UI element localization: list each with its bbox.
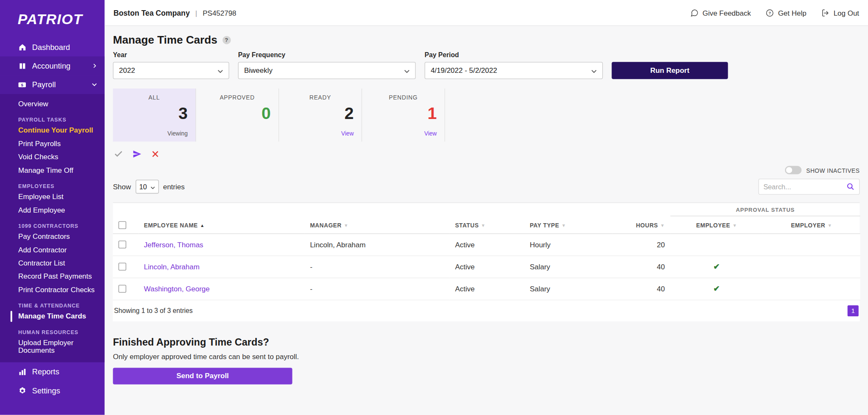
sidebar-subitem-employee-list[interactable]: Employee List [0,190,105,203]
cell-employee-name: Jefferson, Thomas [139,233,305,255]
cell-status: Active [450,255,524,277]
sidebar-subitem-record-past-payments[interactable]: Record Past Payments [0,270,105,283]
send-to-payroll-button[interactable]: Send to Payroll [113,368,292,384]
sidebar-subitem-void-checks[interactable]: Void Checks [0,150,105,163]
entries-label: entries [163,183,185,191]
col-hours[interactable]: HOURS▼ [613,216,670,233]
cell-employer-approved [763,278,860,300]
cell-employee-approved [670,233,763,255]
pagination-page-1[interactable]: 1 [848,305,859,316]
card-label: READY [287,94,354,101]
help-icon[interactable]: ? [223,36,231,44]
show-inactives-toggle[interactable] [785,166,802,174]
year-label: Year [113,51,229,58]
sidebar-subitem-upload-employer-documents[interactable]: Upload Employer Documents [0,336,105,357]
sort-icon: ▼ [732,223,737,228]
view-link[interactable]: View [341,130,353,137]
col-status[interactable]: STATUS▼ [450,216,524,233]
search-input[interactable] [763,183,846,191]
row-checkbox[interactable] [119,285,126,293]
card-label: ALL [121,94,188,101]
pay-period-label: Pay Period [425,51,603,58]
sort-asc-icon: ▲ [200,223,205,228]
sidebar-item-reports[interactable]: Reports [0,362,105,381]
card-value: 2 [287,105,354,122]
separator: | [195,8,197,17]
sidebar-subitem-overview[interactable]: Overview [0,97,105,111]
view-link[interactable]: View [424,130,437,137]
sidebar-subitem-manage-time-off[interactable]: Manage Time Off [0,164,105,177]
finished-subtitle: Only employer approved time cards can be… [113,352,860,360]
sidebar-section-time-attendance: TIME & ATTENDANCE [0,296,105,310]
employee-approved-check: ✔ [713,284,720,293]
sidebar-item-label: Settings [32,386,60,395]
sidebar-subitem-add-employee[interactable]: Add Employee [0,204,105,217]
card-value: 3 [121,105,188,122]
approve-icon[interactable] [113,148,124,159]
cell-pay-type: Salary [524,278,613,300]
timecards-table-card: APPROVAL STATUS EMPLOYEE NAME▲ MANAGER▼ … [113,202,860,321]
table-row: Lincoln, Abraham - Active Salary 40 ✔ [113,255,860,277]
reject-icon[interactable] [150,148,161,159]
col-employee-approved[interactable]: EMPLOYEE▼ [670,216,763,233]
select-all-checkbox[interactable] [119,221,126,229]
group-header-row: APPROVAL STATUS [113,203,860,216]
sidebar-item-accounting[interactable]: Accounting [0,56,105,75]
employee-name-link[interactable]: Washington, George [144,285,210,293]
col-employee-name[interactable]: EMPLOYEE NAME▲ [139,216,305,233]
sidebar-section-human-resources: HUMAN RESOURCES [0,323,105,336]
show-inactives-row: SHOW INACTIVES [113,166,860,174]
pay-frequency-value: Biweekly [244,66,273,75]
home-icon [18,43,27,52]
col-label: EMPLOYEE [696,221,730,228]
row-checkbox[interactable] [119,263,126,270]
send-icon[interactable] [131,148,142,159]
pay-frequency-select[interactable]: Biweekly [238,62,416,79]
col-manager[interactable]: MANAGER▼ [304,216,449,233]
cell-employee-approved: ✔ [670,278,763,300]
col-label: EMPLOYER [791,221,825,228]
page-title-row: Manage Time Cards ? [113,34,860,47]
select-all-checkbox-cell [113,216,138,233]
patriot-logo[interactable]: PATRIOT [0,0,105,38]
chevron-down-icon [591,66,597,75]
summary-card-all[interactable]: ALL 3 Viewing [113,89,196,141]
col-pay-type[interactable]: PAY TYPE▼ [524,216,613,233]
chevron-down-icon [404,66,409,75]
get-help-button[interactable]: ? Get Help [766,8,807,17]
sidebar-item-settings[interactable]: Settings [0,381,105,400]
employee-name-link[interactable]: Lincoln, Abraham [144,263,200,271]
search-icon[interactable] [846,183,855,191]
col-employer-approved[interactable]: EMPLOYER▼ [763,216,860,233]
chevron-down-icon [217,66,223,75]
table-footer: Showing 1 to 3 of 3 entries 1 [113,300,860,321]
summary-card-approved[interactable]: APPROVED 0 [196,89,279,141]
sidebar: PATRIOT Dashboard Accounting $ Payroll [0,0,105,415]
give-feedback-button[interactable]: Give Feedback [690,8,751,17]
sidebar-item-payroll[interactable]: $ Payroll [0,75,105,94]
page-size-select[interactable]: 10 [135,180,159,194]
run-report-button[interactable]: Run Report [612,62,728,79]
employee-name-link[interactable]: Jefferson, Thomas [144,241,203,249]
row-checkbox[interactable] [119,241,126,248]
sidebar-subitem-print-payrolls[interactable]: Print Payrolls [0,137,105,150]
svg-text:$: $ [21,83,24,87]
cell-hours: 40 [613,255,670,277]
sidebar-subitem-pay-contractors[interactable]: Pay Contractors [0,230,105,243]
sidebar-subitem-add-contractor[interactable]: Add Contractor [0,243,105,257]
pay-period-select[interactable]: 4/19/2022 - 5/2/2022 [425,62,603,79]
sort-icon: ▼ [828,223,832,228]
card-label: PENDING [370,94,437,101]
sidebar-subitem-contractor-list[interactable]: Contractor List [0,257,105,270]
entries-row: Show 10 entries [113,179,860,195]
log-out-button[interactable]: Log Out [821,8,859,17]
sidebar-section-payroll-tasks: PAYROLL TASKS [0,111,105,124]
sidebar-item-dashboard[interactable]: Dashboard [0,38,105,56]
summary-card-ready[interactable]: READY 2 View [279,89,362,141]
sidebar-subitem-manage-time-cards[interactable]: Manage Time Cards [0,310,105,323]
page-title: Manage Time Cards [113,34,217,47]
sidebar-subitem-continue-your-payroll[interactable]: Continue Your Payroll [0,124,105,137]
summary-card-pending[interactable]: PENDING 1 View [362,89,445,141]
year-select[interactable]: 2022 [113,62,229,79]
sidebar-subitem-print-contractor-checks[interactable]: Print Contractor Checks [0,283,105,296]
